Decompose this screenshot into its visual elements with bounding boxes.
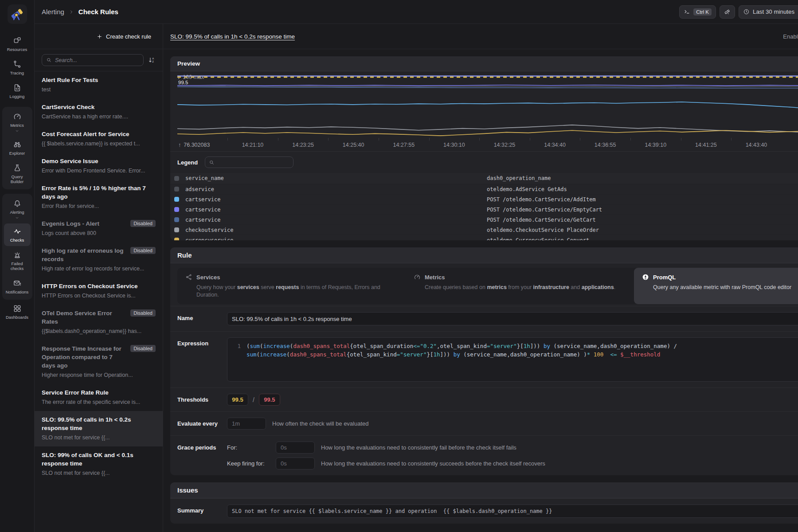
plus-icon [97,34,102,39]
rule-list-item[interactable]: HTTP Errors on Checkout Service HTTP Err… [35,278,163,305]
tab-metrics[interactable]: MetricsCreate queries based on metrics f… [406,268,634,304]
item-logging[interactable]: Logging [2,80,32,102]
legend-table: service_name dash0_operation_name adserv… [170,173,798,240]
rule-item-description: SLO not met for service {{... [42,469,156,477]
legend-table-row[interactable]: cartservice POST /oteldemo.CartService/G… [170,215,798,224]
preview-panel: Preview ↓ 100 max 99.5 ↑ 76. [170,56,798,240]
rule-item-title: HTTP Errors on Checkout Service [42,282,156,290]
x-axis-label: 14:30:10 [443,142,465,148]
legend-operation-name: oteldemo.CheckoutService PlaceOrder [487,227,798,233]
rule-title-link[interactable]: SLO: 99.5% of calls in 1h < 0.2s respons… [170,33,295,40]
tab-services[interactable]: ServicesQuery how your services serve re… [177,268,406,304]
series-color-dot[interactable] [174,197,179,202]
file-code-icon [13,83,22,92]
rule-item-title: SLO: 99% of calls OK and < 0.1s response… [42,451,156,468]
tab-promql[interactable]: PromQLQuery any available metric with ra… [634,268,798,304]
item-metrics[interactable]: Metrics [4,109,31,136]
legend-toggle-all[interactable] [174,176,179,181]
item-alerting[interactable]: Alerting [4,196,31,223]
series-color-dot[interactable] [174,238,179,240]
arrow-down-icon: ↓ [177,74,180,80]
rules-search-input[interactable] [55,57,139,63]
command-palette-button[interactable]: Ctrl K [679,5,716,19]
chevron-down-icon [15,216,19,219]
time-range-button[interactable]: Last 30 minutes [739,5,798,19]
legend-operation-name: oteldemo.CurrencyService Convert [487,237,798,241]
breadcrumb-parent[interactable]: Alerting [42,8,64,16]
rail-item-label: Resources [7,47,27,52]
legend-table-row[interactable]: cartservice POST /oteldemo.CartService/A… [170,195,798,204]
keep-firing-input[interactable] [276,458,315,469]
evaluate-interval-input[interactable] [227,418,266,430]
degraded-threshold-input[interactable] [227,394,248,406]
rule-item-description: Logs count above 800 [42,230,156,237]
promql-expression-editor[interactable]: 1 (sum(increase(dash0_spans_total{otel_s… [227,337,798,382]
rule-list-item[interactable]: High log rate of erroneus log records Di… [35,242,163,278]
rail-item-label: Tracing [10,70,24,75]
item-explorer[interactable]: Explorer [4,137,31,159]
preview-chart[interactable]: ↓ 100 max 99.5 ↑ 76.302083 14:21:1014:23… [170,71,798,152]
create-check-rule-label: Create check rule [106,33,151,40]
siren-icon [13,250,22,259]
threshold-value-label: 99.5 [178,80,188,85]
rule-item-title: Service Error Rate Rule [42,388,156,397]
grace-for-input[interactable] [276,442,315,454]
rail-item-label: Dashboards [6,315,28,320]
rule-panel: Rule ServicesQuery how your services ser… [170,247,798,475]
grid-icon [13,36,22,45]
item-query-builder[interactable]: Query Builder [4,160,31,188]
rail-item-label: Alerting [10,210,24,215]
item-dashboards[interactable]: Dashboards [2,301,32,323]
sort-az-button[interactable] [148,56,156,64]
disabled-badge: Disabled [130,247,156,254]
rule-list-item[interactable]: OTel Demo Service Error Rates Disabled {… [35,305,163,340]
rule-name-input[interactable] [227,312,798,325]
x-axis-label: 14:32:25 [494,142,516,148]
legend-table-row[interactable]: checkoutservice oteldemo.CheckoutService… [170,225,798,235]
rule-item-description: SLO not met for service {{... [42,434,156,442]
expression-row: Expression 1 (sum(increase(dash0_spans_t… [170,331,798,387]
keep-firing-label: Keep firing for: [227,458,276,467]
item-resources[interactable]: Resources [2,33,32,55]
rule-list-item[interactable]: Service Error Rate Rule The error rate o… [35,384,163,411]
item-failed-checks[interactable]: Failed checks [4,247,31,274]
item-checks[interactable]: Checks [4,223,31,246]
gauge-icon [414,274,421,281]
tab-title: PromQL [653,274,676,281]
rule-list-item[interactable]: Demo Service Issue Error with Demo Front… [35,153,163,180]
shortcut-badge: Ctrl K [693,8,712,16]
rule-list-item[interactable]: SLO: 99% of calls OK and < 0.1s response… [35,446,163,482]
thresholds-row: Thresholds / [170,387,798,411]
summary-row: Summary [170,498,798,524]
telescope-button[interactable] [720,5,735,19]
legend-table-row[interactable]: cartservice POST /oteldemo.CartService/E… [170,205,798,214]
series-color-dot[interactable] [174,187,179,192]
rail-item-label: Checks [10,238,24,243]
rule-list-item[interactable]: Error Rate is 5% / 10 % higher than 7 da… [35,180,163,215]
item-notifications[interactable]: Notifications [4,275,31,298]
rule-list-item[interactable]: CartService Check CartService has a high… [35,98,163,125]
bell-icon [13,199,22,208]
rule-list-item[interactable]: SLO: 99.5% of calls in 1h < 0.2s respons… [35,411,163,446]
series-line [177,86,798,87]
series-color-dot[interactable] [174,227,179,232]
series-color-dot[interactable] [174,217,179,222]
series-color-dot[interactable] [174,207,179,212]
arrow-up-icon: ↑ [178,142,181,148]
legend-table-row[interactable]: adservice oteldemo.AdService GetAds [170,184,798,194]
rule-list-item[interactable]: Evgenis Logs - Alert Disabled Logs count… [35,215,163,242]
rule-list-item[interactable]: Alert Rule For Tests test [35,71,163,98]
legend-search-input[interactable] [218,159,289,166]
dash0-logo[interactable] [8,4,27,24]
item-tracing[interactable]: Tracing [2,56,32,79]
rail-item-label: Explorer [9,151,25,156]
summary-input[interactable] [227,505,798,518]
create-check-rule-button[interactable]: Create check rule [97,33,151,40]
rule-list-item[interactable]: Cost Forecast Alert for Service {{ $labe… [35,125,163,153]
x-axis-tick [580,138,580,141]
rule-list: Alert Rule For Tests test CartService Ch… [35,71,163,532]
query-type-tabs: ServicesQuery how your services serve re… [177,268,798,304]
failed-threshold-input[interactable] [259,394,280,406]
legend-table-row[interactable]: currencyservice oteldemo.CurrencyService… [170,235,798,240]
rule-list-item[interactable]: Response Time Increase for Operation com… [35,340,163,384]
